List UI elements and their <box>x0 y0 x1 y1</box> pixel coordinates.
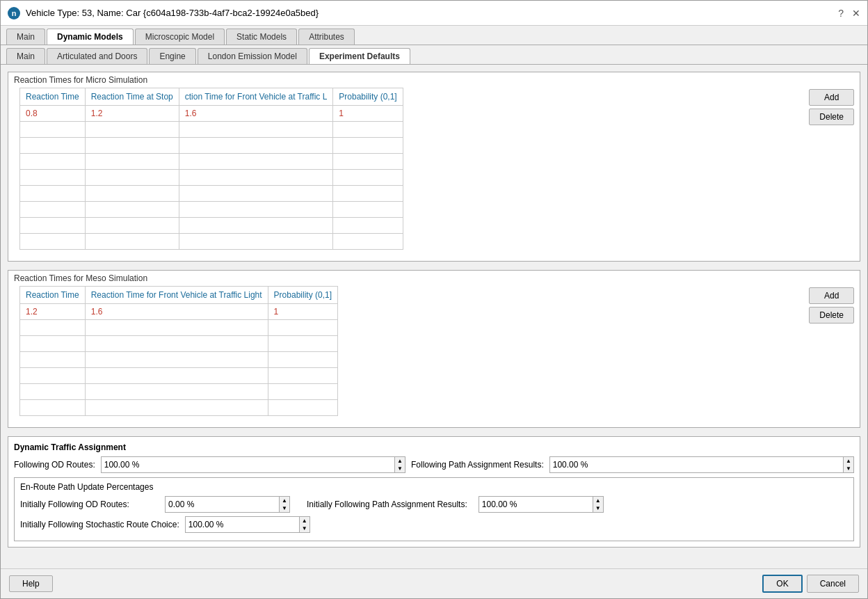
meso-col-probability: Probability (0,1] <box>268 287 337 304</box>
micro-table-buttons: Add Delete <box>809 88 860 125</box>
subtab-main[interactable]: Main <box>6 48 45 64</box>
init-stochastic-down[interactable]: ▼ <box>300 525 310 532</box>
dta-od-row: Following OD Routes: ▲ ▼ Following Path … <box>14 456 854 473</box>
meso-table-container: Reaction Time Reaction Time for Front Ve… <box>8 286 860 427</box>
title-left: n Vehicle Type: 53, Name: Car {c604a198-… <box>8 7 319 19</box>
meso-delete-button[interactable]: Delete <box>809 307 854 324</box>
init-stochastic-row: Initially Following Stochastic Route Cho… <box>20 516 848 533</box>
title-controls: ? ✕ <box>838 8 860 19</box>
en-route-title: En-Route Path Update Percentages <box>20 482 848 492</box>
init-od-up[interactable]: ▲ <box>280 497 289 504</box>
init-path-input[interactable] <box>479 498 593 511</box>
subtab-experiment-defaults[interactable]: Experiment Defaults <box>309 48 410 64</box>
tab-attributes[interactable]: Attributes <box>298 29 355 45</box>
en-route-box: En-Route Path Update Percentages Initial… <box>14 477 854 541</box>
meso-probability-cell: 1 <box>268 304 337 320</box>
init-od-input[interactable] <box>166 498 279 511</box>
following-path-input[interactable] <box>550 458 843 471</box>
meso-data-row[interactable]: 1.2 1.6 1 <box>20 304 338 320</box>
help-icon[interactable]: ? <box>838 8 844 19</box>
following-od-down[interactable]: ▼ <box>395 465 405 472</box>
close-icon[interactable]: ✕ <box>852 8 860 19</box>
following-od-up[interactable]: ▲ <box>395 457 405 465</box>
init-stochastic-up[interactable]: ▲ <box>300 517 310 525</box>
following-path-down[interactable]: ▼ <box>844 465 853 472</box>
meso-table-buttons: Add Delete <box>809 286 860 324</box>
micro-col-reaction-time: Reaction Time <box>20 88 86 106</box>
main-window: n Vehicle Type: 53, Name: Car {c604a198-… <box>0 0 868 599</box>
app-icon: n <box>8 7 20 19</box>
meso-reaction-time-cell: 1.2 <box>20 304 86 320</box>
tab-dynamic-models[interactable]: Dynamic Models <box>47 29 134 45</box>
cancel-button[interactable]: Cancel <box>807 575 859 593</box>
meso-section-title: Reaction Times for Meso Simulation <box>8 271 860 286</box>
micro-reaction-time-cell: 0.8 <box>20 106 86 122</box>
meso-col-reaction-time: Reaction Time <box>20 287 86 304</box>
micro-data-row[interactable]: 0.8 1.2 1.6 1 <box>20 106 403 122</box>
init-path-input-wrap: ▲ ▼ <box>479 496 604 513</box>
init-path-up[interactable]: ▲ <box>593 497 603 504</box>
tab-static-models[interactable]: Static Models <box>226 29 297 45</box>
init-path-down[interactable]: ▼ <box>593 504 603 512</box>
micro-probability-cell: 1 <box>333 106 403 122</box>
micro-col-reaction-time-stop: Reaction Time at Stop <box>85 88 179 106</box>
meso-simulation-section: Reaction Times for Meso Simulation React… <box>8 270 860 428</box>
init-path-spinner: ▲ ▼ <box>593 497 603 512</box>
following-od-input-wrap: ▲ ▼ <box>101 456 405 473</box>
init-path-label: Initially Following Path Assignment Resu… <box>307 500 467 509</box>
init-stochastic-spinner: ▲ ▼ <box>299 517 310 532</box>
main-tab-bar: Main Dynamic Models Microscopic Model St… <box>1 26 867 45</box>
init-od-spinner: ▲ ▼ <box>279 497 289 512</box>
title-bar: n Vehicle Type: 53, Name: Car {c604a198-… <box>1 1 867 26</box>
tab-microscopic-model[interactable]: Microscopic Model <box>135 29 225 45</box>
following-path-label: Following Path Assignment Results: <box>411 460 544 470</box>
meso-add-button[interactable]: Add <box>809 287 854 304</box>
init-stochastic-input-wrap: ▲ ▼ <box>185 516 310 533</box>
following-od-input[interactable] <box>102 458 394 471</box>
micro-reaction-time-front-cell: 1.6 <box>179 106 333 122</box>
subtab-articulated-doors[interactable]: Articulated and Doors <box>47 48 147 64</box>
micro-reaction-time-stop-cell: 1.2 <box>85 106 179 122</box>
window-title: Vehicle Type: 53, Name: Car {c604a198-73… <box>26 8 319 18</box>
init-stochastic-input[interactable] <box>186 518 299 531</box>
sub-tab-bar: Main Articulated and Doors Engine London… <box>1 45 867 65</box>
subtab-london-emission[interactable]: London Emission Model <box>198 48 307 64</box>
micro-col-probability: Probability (0,1] <box>333 88 403 106</box>
ok-button[interactable]: OK <box>762 575 802 593</box>
micro-col-reaction-time-front: ction Time for Front Vehicle at Traffic … <box>179 88 333 106</box>
micro-delete-button[interactable]: Delete <box>809 109 854 125</box>
micro-add-button[interactable]: Add <box>809 89 854 106</box>
micro-grid: Reaction Time Reaction Time at Stop ctio… <box>19 88 403 250</box>
meso-col-reaction-time-front: Reaction Time for Front Vehicle at Traff… <box>85 287 268 304</box>
micro-section-title: Reaction Times for Micro Simulation <box>8 72 860 88</box>
init-od-input-wrap: ▲ ▼ <box>165 496 290 513</box>
following-od-spinner: ▲ ▼ <box>394 457 405 472</box>
dta-section: Dynamic Traffic Assignment Following OD … <box>8 436 860 548</box>
micro-simulation-section: Reaction Times for Micro Simulation Reac… <box>8 72 860 262</box>
following-path-input-wrap: ▲ ▼ <box>549 456 854 473</box>
init-od-row: Initially Following OD Routes: ▲ ▼ Initi… <box>20 496 848 513</box>
meso-grid: Reaction Time Reaction Time for Front Ve… <box>19 286 338 416</box>
following-path-spinner: ▲ ▼ <box>843 457 853 472</box>
micro-table-container: Reaction Time Reaction Time at Stop ctio… <box>8 88 860 261</box>
following-path-up[interactable]: ▲ <box>844 457 853 465</box>
dta-title: Dynamic Traffic Assignment <box>14 442 854 452</box>
content-area: Reaction Times for Micro Simulation Reac… <box>1 65 867 568</box>
following-od-label: Following OD Routes: <box>14 460 95 470</box>
init-stochastic-label: Initially Following Stochastic Route Cho… <box>20 520 179 529</box>
footer: Help OK Cancel <box>1 568 867 598</box>
footer-right: OK Cancel <box>762 575 859 593</box>
help-button[interactable]: Help <box>9 575 53 592</box>
subtab-engine[interactable]: Engine <box>149 48 195 64</box>
init-od-down[interactable]: ▼ <box>280 504 289 512</box>
meso-reaction-time-front-cell: 1.6 <box>85 304 268 320</box>
init-od-label: Initially Following OD Routes: <box>20 500 159 509</box>
tab-main[interactable]: Main <box>6 29 45 45</box>
